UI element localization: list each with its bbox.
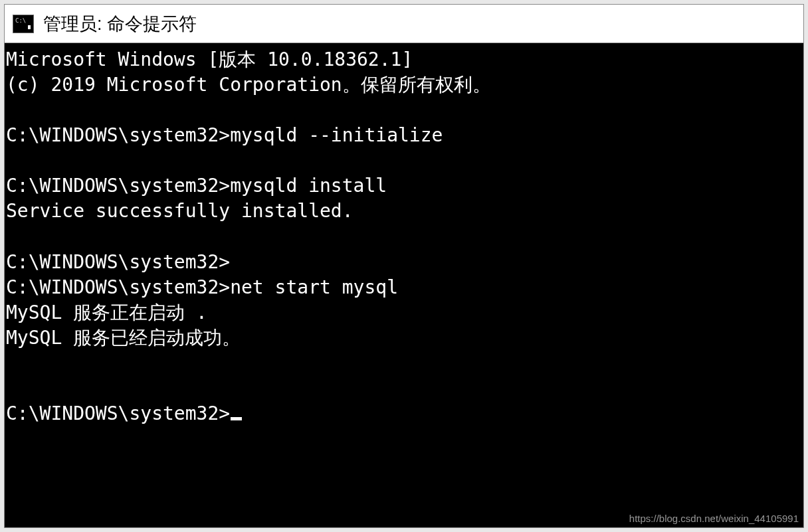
terminal-line: C:\WINDOWS\system32> (6, 251, 230, 273)
cursor (231, 417, 242, 420)
terminal-line: MySQL 服务正在启动 . (6, 302, 207, 323)
terminal-line: Microsoft Windows [版本 10.0.18362.1] (6, 48, 413, 70)
terminal-line: C:\WINDOWS\system32>mysqld install (6, 175, 387, 197)
terminal-line: C:\WINDOWS\system32>mysqld --initialize (6, 124, 443, 146)
titlebar[interactable]: 管理员: 命令提示符 (5, 5, 803, 43)
command-prompt-window: 管理员: 命令提示符 Microsoft Windows [版本 10.0.18… (4, 4, 804, 528)
watermark: https://blog.csdn.net/weixin_44105991 (629, 513, 799, 524)
terminal-line: MySQL 服务已经启动成功。 (6, 327, 241, 349)
terminal-prompt: C:\WINDOWS\system32> (6, 402, 230, 424)
window-title: 管理员: 命令提示符 (43, 12, 197, 36)
cmd-icon (13, 15, 34, 33)
terminal-area[interactable]: Microsoft Windows [版本 10.0.18362.1] (c) … (5, 43, 803, 527)
terminal-line: Service successfully installed. (6, 200, 354, 222)
terminal-line: C:\WINDOWS\system32>net start mysql (6, 276, 398, 298)
terminal-line: (c) 2019 Microsoft Corporation。保留所有权利。 (6, 74, 491, 96)
